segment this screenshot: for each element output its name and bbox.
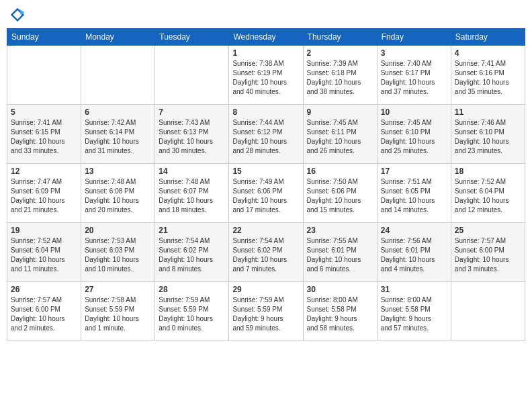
day-number: 13 bbox=[85, 167, 151, 176]
calendar-cell: 9Sunrise: 7:45 AM Sunset: 6:11 PM Daylig… bbox=[303, 105, 377, 164]
calendar-cell: 8Sunrise: 7:44 AM Sunset: 6:12 PM Daylig… bbox=[229, 105, 303, 164]
calendar-cell: 29Sunrise: 7:59 AM Sunset: 5:59 PM Dayli… bbox=[229, 282, 303, 341]
calendar-cell: 13Sunrise: 7:48 AM Sunset: 6:08 PM Dayli… bbox=[81, 164, 155, 223]
day-info: Sunrise: 7:45 AM Sunset: 6:10 PM Dayligh… bbox=[381, 118, 447, 156]
day-number: 3 bbox=[381, 48, 447, 58]
day-info: Sunrise: 7:51 AM Sunset: 6:05 PM Dayligh… bbox=[381, 177, 447, 215]
day-number: 5 bbox=[11, 107, 77, 117]
day-number: 10 bbox=[381, 107, 447, 117]
day-number: 20 bbox=[85, 226, 151, 235]
day-info: Sunrise: 7:59 AM Sunset: 5:59 PM Dayligh… bbox=[159, 295, 225, 333]
page-header bbox=[7, 7, 525, 23]
day-number: 27 bbox=[85, 285, 151, 294]
day-number: 30 bbox=[307, 285, 373, 294]
logo-icon bbox=[9, 7, 26, 23]
day-info: Sunrise: 7:50 AM Sunset: 6:06 PM Dayligh… bbox=[307, 177, 373, 215]
header-row: SundayMondayTuesdayWednesdayThursdayFrid… bbox=[7, 29, 525, 46]
calendar-cell bbox=[451, 282, 525, 341]
day-info: Sunrise: 7:41 AM Sunset: 6:15 PM Dayligh… bbox=[11, 118, 77, 156]
day-number: 9 bbox=[307, 107, 373, 117]
day-info: Sunrise: 7:59 AM Sunset: 5:59 PM Dayligh… bbox=[232, 295, 299, 333]
calendar-cell: 6Sunrise: 7:42 AM Sunset: 6:14 PM Daylig… bbox=[81, 105, 155, 164]
week-row-1: 1Sunrise: 7:38 AM Sunset: 6:19 PM Daylig… bbox=[7, 46, 525, 105]
calendar-table: SundayMondayTuesdayWednesdayThursdayFrid… bbox=[7, 28, 525, 341]
day-info: Sunrise: 7:52 AM Sunset: 6:04 PM Dayligh… bbox=[11, 236, 77, 274]
calendar-cell: 19Sunrise: 7:52 AM Sunset: 6:04 PM Dayli… bbox=[7, 223, 81, 282]
day-info: Sunrise: 7:46 AM Sunset: 6:10 PM Dayligh… bbox=[455, 118, 521, 156]
day-info: Sunrise: 7:40 AM Sunset: 6:17 PM Dayligh… bbox=[381, 59, 447, 97]
calendar-cell: 25Sunrise: 7:57 AM Sunset: 6:00 PM Dayli… bbox=[451, 223, 525, 282]
day-number: 12 bbox=[11, 167, 77, 176]
header-cell-wednesday: Wednesday bbox=[229, 29, 303, 46]
day-info: Sunrise: 8:00 AM Sunset: 5:58 PM Dayligh… bbox=[381, 295, 447, 333]
calendar-header: SundayMondayTuesdayWednesdayThursdayFrid… bbox=[7, 29, 525, 46]
calendar-cell: 10Sunrise: 7:45 AM Sunset: 6:10 PM Dayli… bbox=[377, 105, 451, 164]
calendar-cell: 5Sunrise: 7:41 AM Sunset: 6:15 PM Daylig… bbox=[7, 105, 81, 164]
day-info: Sunrise: 7:39 AM Sunset: 6:18 PM Dayligh… bbox=[307, 59, 373, 97]
day-info: Sunrise: 7:47 AM Sunset: 6:09 PM Dayligh… bbox=[11, 177, 77, 215]
day-number: 31 bbox=[381, 285, 447, 294]
day-number: 18 bbox=[455, 167, 521, 176]
day-info: Sunrise: 7:41 AM Sunset: 6:16 PM Dayligh… bbox=[455, 59, 521, 97]
day-number: 26 bbox=[11, 285, 77, 294]
day-info: Sunrise: 7:48 AM Sunset: 6:07 PM Dayligh… bbox=[159, 177, 225, 215]
day-info: Sunrise: 8:00 AM Sunset: 5:58 PM Dayligh… bbox=[307, 295, 373, 333]
header-cell-saturday: Saturday bbox=[451, 29, 525, 46]
day-number: 22 bbox=[232, 226, 299, 235]
calendar-cell: 14Sunrise: 7:48 AM Sunset: 6:07 PM Dayli… bbox=[155, 164, 229, 223]
day-number: 19 bbox=[11, 226, 77, 235]
day-info: Sunrise: 7:49 AM Sunset: 6:06 PM Dayligh… bbox=[232, 177, 299, 215]
calendar-cell: 21Sunrise: 7:54 AM Sunset: 6:02 PM Dayli… bbox=[155, 223, 229, 282]
calendar-cell: 4Sunrise: 7:41 AM Sunset: 6:16 PM Daylig… bbox=[451, 46, 525, 105]
week-row-4: 19Sunrise: 7:52 AM Sunset: 6:04 PM Dayli… bbox=[7, 223, 525, 282]
calendar-cell: 31Sunrise: 8:00 AM Sunset: 5:58 PM Dayli… bbox=[377, 282, 451, 341]
calendar-cell bbox=[81, 46, 155, 105]
day-number: 28 bbox=[159, 285, 225, 294]
day-number: 29 bbox=[232, 285, 299, 294]
header-cell-monday: Monday bbox=[81, 29, 155, 46]
calendar-cell: 22Sunrise: 7:54 AM Sunset: 6:02 PM Dayli… bbox=[229, 223, 303, 282]
day-info: Sunrise: 7:54 AM Sunset: 6:02 PM Dayligh… bbox=[232, 236, 299, 274]
day-number: 24 bbox=[381, 226, 447, 235]
calendar-cell: 1Sunrise: 7:38 AM Sunset: 6:19 PM Daylig… bbox=[229, 46, 303, 105]
calendar-cell: 18Sunrise: 7:52 AM Sunset: 6:04 PM Dayli… bbox=[451, 164, 525, 223]
calendar-cell: 12Sunrise: 7:47 AM Sunset: 6:09 PM Dayli… bbox=[7, 164, 81, 223]
day-info: Sunrise: 7:43 AM Sunset: 6:13 PM Dayligh… bbox=[159, 118, 225, 156]
day-number: 1 bbox=[232, 48, 299, 58]
day-info: Sunrise: 7:52 AM Sunset: 6:04 PM Dayligh… bbox=[455, 177, 521, 215]
day-number: 2 bbox=[307, 48, 373, 58]
day-number: 21 bbox=[159, 226, 225, 235]
day-number: 16 bbox=[307, 167, 373, 176]
day-info: Sunrise: 7:45 AM Sunset: 6:11 PM Dayligh… bbox=[307, 118, 373, 156]
calendar-cell: 26Sunrise: 7:57 AM Sunset: 6:00 PM Dayli… bbox=[7, 282, 81, 341]
day-number: 17 bbox=[381, 167, 447, 176]
calendar-cell: 24Sunrise: 7:56 AM Sunset: 6:01 PM Dayli… bbox=[377, 223, 451, 282]
header-cell-tuesday: Tuesday bbox=[155, 29, 229, 46]
calendar-cell: 30Sunrise: 8:00 AM Sunset: 5:58 PM Dayli… bbox=[303, 282, 377, 341]
calendar-cell: 3Sunrise: 7:40 AM Sunset: 6:17 PM Daylig… bbox=[377, 46, 451, 105]
day-number: 25 bbox=[455, 226, 521, 235]
day-info: Sunrise: 7:57 AM Sunset: 6:00 PM Dayligh… bbox=[11, 295, 77, 333]
day-number: 15 bbox=[232, 167, 299, 176]
day-info: Sunrise: 7:44 AM Sunset: 6:12 PM Dayligh… bbox=[232, 118, 299, 156]
calendar-cell: 2Sunrise: 7:39 AM Sunset: 6:18 PM Daylig… bbox=[303, 46, 377, 105]
day-number: 8 bbox=[232, 107, 299, 117]
calendar-cell: 16Sunrise: 7:50 AM Sunset: 6:06 PM Dayli… bbox=[303, 164, 377, 223]
calendar-cell: 15Sunrise: 7:49 AM Sunset: 6:06 PM Dayli… bbox=[229, 164, 303, 223]
calendar-cell bbox=[155, 46, 229, 105]
day-info: Sunrise: 7:55 AM Sunset: 6:01 PM Dayligh… bbox=[307, 236, 373, 274]
calendar-cell: 17Sunrise: 7:51 AM Sunset: 6:05 PM Dayli… bbox=[377, 164, 451, 223]
day-number: 4 bbox=[455, 48, 521, 58]
calendar-cell: 11Sunrise: 7:46 AM Sunset: 6:10 PM Dayli… bbox=[451, 105, 525, 164]
calendar-cell: 20Sunrise: 7:53 AM Sunset: 6:03 PM Dayli… bbox=[81, 223, 155, 282]
day-info: Sunrise: 7:58 AM Sunset: 5:59 PM Dayligh… bbox=[85, 295, 151, 333]
day-number: 14 bbox=[159, 167, 225, 176]
day-info: Sunrise: 7:48 AM Sunset: 6:08 PM Dayligh… bbox=[85, 177, 151, 215]
day-number: 11 bbox=[455, 107, 521, 117]
header-cell-sunday: Sunday bbox=[7, 29, 81, 46]
header-cell-thursday: Thursday bbox=[303, 29, 377, 46]
calendar-cell bbox=[7, 46, 81, 105]
day-info: Sunrise: 7:56 AM Sunset: 6:01 PM Dayligh… bbox=[381, 236, 447, 274]
week-row-2: 5Sunrise: 7:41 AM Sunset: 6:15 PM Daylig… bbox=[7, 105, 525, 164]
day-info: Sunrise: 7:53 AM Sunset: 6:03 PM Dayligh… bbox=[85, 236, 151, 274]
